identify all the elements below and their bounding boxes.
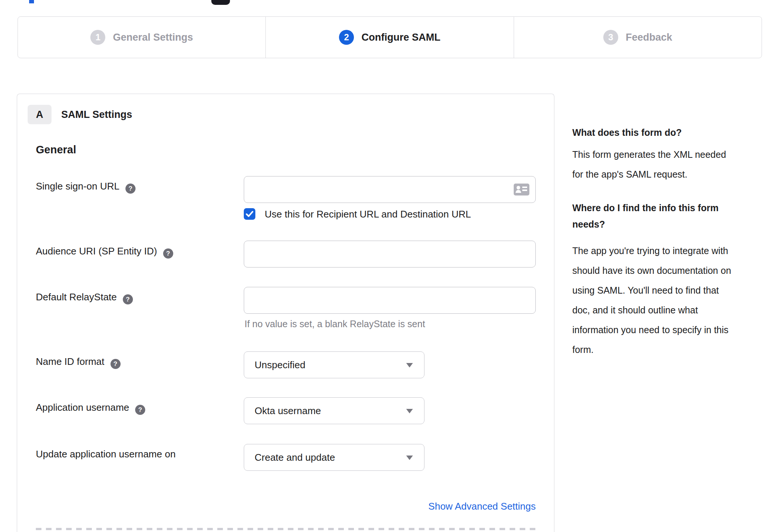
application-username-label-text: Application username (36, 402, 129, 413)
sso-url-input[interactable] (244, 176, 536, 203)
step-number-badge: 1 (90, 30, 105, 45)
chevron-down-icon (406, 363, 413, 367)
where-find-info-text: The app you're trying to integrate with … (572, 241, 731, 360)
help-icon[interactable]: ? (123, 294, 133, 304)
section-title: SAML Settings (61, 105, 132, 124)
saml-settings-panel: A SAML Settings General Single sign-on U… (17, 94, 554, 532)
help-icon[interactable]: ? (163, 248, 173, 259)
audience-uri-label: Audience URI (SP Entity ID)? (36, 245, 173, 259)
text-line: This form generates the XML needed (572, 145, 726, 165)
application-username-select[interactable]: Okta username (244, 397, 424, 424)
text-line: using SAML. You'll need to find that (572, 281, 731, 300)
sso-url-label-text: Single sign-on URL (36, 181, 119, 192)
step-number-badge: 2 (339, 30, 354, 45)
cutoff-dark-fragment (211, 0, 230, 5)
application-username-label: Application username? (36, 402, 145, 415)
sso-url-label: Single sign-on URL? (36, 181, 136, 194)
heading-line: Where do I find the info this form (572, 200, 719, 216)
what-does-form-do-text: This form generates the XML needed for t… (572, 145, 726, 184)
what-does-form-do-heading: What does this form do? (572, 124, 682, 141)
application-username-value: Okta username (255, 405, 321, 417)
relay-state-label: Default RelayState? (36, 291, 133, 304)
show-advanced-settings-link[interactable]: Show Advanced Settings (244, 501, 536, 512)
step-feedback[interactable]: 3 Feedback (514, 17, 762, 58)
step-general-settings[interactable]: 1 General Settings (18, 17, 266, 58)
use-for-recipient-label: Use this for Recipient URL and Destinati… (265, 209, 471, 220)
relay-state-label-text: Default RelayState (36, 291, 117, 303)
step-configure-saml[interactable]: 2 Configure SAML (266, 17, 514, 58)
text-line: form. (572, 340, 731, 360)
step-label: Feedback (626, 32, 672, 43)
section-a-badge: A (28, 105, 52, 124)
audience-uri-input[interactable] (244, 241, 536, 267)
name-id-format-label: Name ID format? (36, 356, 121, 369)
step-label: General Settings (113, 32, 193, 43)
step-number-badge: 3 (603, 30, 618, 45)
chevron-down-icon (406, 409, 413, 413)
update-username-value: Create and update (255, 452, 335, 463)
step-label: Configure SAML (361, 32, 440, 43)
chevron-down-icon (406, 456, 413, 460)
update-username-label: Update application username on (36, 448, 175, 460)
checkmark-icon (246, 211, 253, 217)
help-icon[interactable]: ? (135, 405, 145, 415)
text-line: information you need to specify in this (572, 320, 731, 340)
text-line: for the app's SAML request. (572, 165, 726, 184)
where-find-info-heading: Where do I find the info this form needs… (572, 200, 719, 232)
dashed-section-divider (36, 528, 536, 530)
cutoff-blue-fragment (29, 0, 34, 3)
text-line: The app you're trying to integrate with (572, 241, 731, 261)
wizard-stepper: 1 General Settings 2 Configure SAML 3 Fe… (18, 16, 762, 58)
heading-line: needs? (572, 216, 719, 232)
update-username-label-text: Update application username on (36, 448, 175, 460)
configure-saml-page: { "stepper": { "active_index": 1, "steps… (0, 0, 781, 532)
name-id-format-select[interactable]: Unspecified (244, 351, 424, 378)
relay-state-input[interactable] (244, 287, 536, 314)
help-icon[interactable]: ? (125, 184, 136, 194)
help-icon[interactable]: ? (111, 359, 121, 369)
general-heading: General (36, 144, 76, 156)
update-username-select[interactable]: Create and update (244, 444, 424, 471)
relay-state-hint: If no value is set, a blank RelayState i… (245, 319, 425, 329)
text-line: should have its own documentation on (572, 261, 731, 281)
use-for-recipient-checkbox[interactable] (244, 208, 255, 220)
text-line: doc, and it should outline what (572, 300, 731, 320)
name-id-format-label-text: Name ID format (36, 356, 105, 367)
name-id-format-value: Unspecified (255, 359, 305, 371)
audience-uri-label-text: Audience URI (SP Entity ID) (36, 245, 157, 257)
